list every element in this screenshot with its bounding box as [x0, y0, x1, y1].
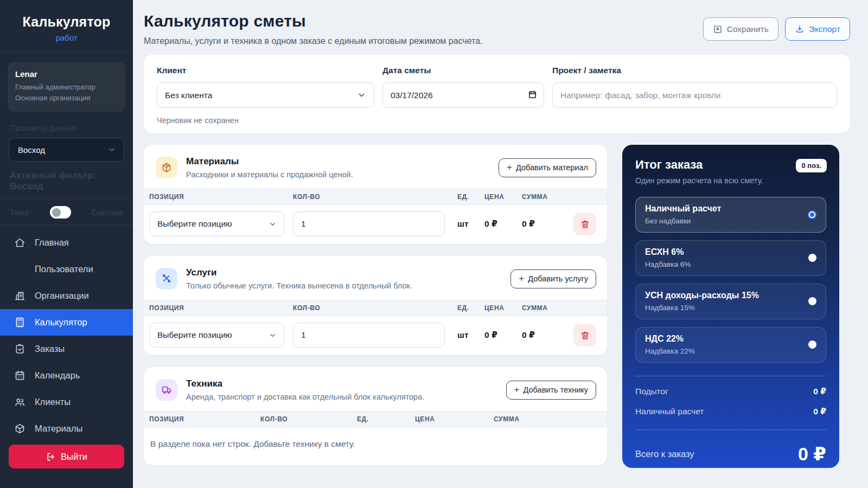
col-price: ЦЕНА	[484, 193, 522, 201]
divider	[0, 52, 133, 53]
col-qty: КОЛ-ВО	[293, 304, 457, 312]
sidebar-item-label: Главная	[35, 237, 69, 248]
service-qty-input[interactable]	[293, 323, 445, 348]
app-title: Калькулятор	[5, 14, 127, 30]
col-price: ЦЕНА	[415, 415, 494, 423]
sidebar-nav: Главная Пользователи Организации Калькул…	[0, 229, 133, 442]
delete-row-button[interactable]	[573, 324, 596, 346]
section-subtitle: Только обычные услуги. Техника вынесена …	[186, 281, 510, 290]
sidebar-item-calculator[interactable]: Калькулятор	[0, 309, 133, 336]
theme-toggle[interactable]	[50, 206, 71, 219]
export-label: Экспорт	[809, 24, 840, 34]
sidebar-item-users[interactable]: Пользователи	[0, 256, 133, 282]
table-header: ПОЗИЦИЯ КОЛ-ВО ЕД. ЦЕНА СУММА	[144, 300, 607, 316]
date-label: Дата сметы	[382, 66, 544, 75]
table-header: ПОЗИЦИЯ КОЛ-ВО ЕД. ЦЕНА СУММА	[144, 411, 607, 427]
sidebar-item-calendar[interactable]: Календарь	[0, 362, 133, 389]
summary-subtitle: Один режим расчета на всю смету.	[635, 176, 826, 185]
col-unit: ЕД.	[457, 193, 484, 201]
mode-option-cash[interactable]: Наличный расчет Без надбавки	[635, 197, 826, 233]
material-price: 0 ₽	[484, 219, 522, 229]
export-button[interactable]: Экспорт	[785, 17, 850, 41]
divider	[635, 376, 826, 376]
delete-row-button[interactable]	[573, 213, 596, 235]
sidebar-item-label: Клиенты	[35, 397, 71, 407]
user-role: Главный администратор	[15, 82, 118, 93]
users-icon	[14, 396, 25, 408]
draft-status: Черновик не сохранен	[157, 116, 837, 125]
plus-icon: +	[514, 384, 520, 395]
mode-line-label: Наличный расчет	[635, 407, 704, 416]
service-sum: 0 ₽	[522, 330, 573, 340]
project-input[interactable]	[552, 82, 837, 108]
sidebar-item-clients[interactable]: Клиенты	[0, 389, 133, 415]
grand-total-value: 0 ₽	[798, 443, 826, 465]
date-input[interactable]	[382, 82, 544, 108]
material-position-value: Выберите позицию	[157, 219, 232, 229]
sidebar-item-orders[interactable]: Заказы	[0, 336, 133, 362]
section-title: Услуги	[186, 267, 510, 278]
add-service-button[interactable]: + Добавить услугу	[510, 269, 596, 288]
tools-icon	[156, 268, 177, 290]
chevron-down-icon	[269, 331, 277, 339]
material-unit: шт	[457, 219, 484, 229]
add-equipment-label: Добавить технику	[524, 386, 588, 394]
mode-title: ЕСХН 6%	[645, 247, 691, 257]
material-qty-input[interactable]	[293, 211, 445, 236]
order-summary-panel: Итог заказа Один режим расчета на всю см…	[622, 145, 839, 468]
org-filter-select[interactable]: Восход	[9, 138, 124, 162]
mode-line-value: 0 ₽	[813, 407, 826, 416]
mode-option-usn[interactable]: УСН доходы-расходы 15% Надбавка 15%	[635, 284, 826, 319]
sidebar-item-label: Заказы	[35, 344, 65, 354]
radio-icon[interactable]	[808, 341, 816, 349]
positions-count-badge: 0 поз.	[796, 159, 827, 172]
logout-icon	[46, 452, 56, 462]
section-subtitle: Аренда, транспорт и доставка как отдельн…	[186, 393, 506, 401]
sidebar-item-label: Организации	[35, 291, 89, 301]
service-position-select[interactable]: Выберите позицию	[149, 323, 284, 348]
sidebar-item-label: Пользователи	[35, 264, 93, 274]
divider	[635, 429, 826, 430]
sidebar-item-organizations[interactable]: Организации	[0, 282, 133, 309]
mode-subtitle: Без надбавки	[645, 217, 721, 225]
mode-option-nds[interactable]: НДС 22% Надбавка 22%	[635, 327, 826, 363]
org-filter-value: Восход	[18, 145, 45, 155]
mode-option-eshn[interactable]: ЕСХН 6% Надбавка 6%	[635, 240, 826, 276]
page-title: Калькулятор сметы	[144, 12, 483, 30]
radio-icon[interactable]	[808, 254, 816, 262]
page-subtitle: Материалы, услуги и техника в одном зака…	[144, 36, 483, 46]
building-icon	[14, 290, 25, 302]
radio-selected-icon[interactable]	[808, 210, 816, 219]
sidebar-item-label: Календарь	[35, 370, 80, 381]
radio-icon[interactable]	[808, 297, 816, 305]
sidebar-item-materials[interactable]: Материалы	[0, 415, 133, 442]
logout-label: Выйти	[61, 452, 87, 462]
services-section: Услуги Только обычные услуги. Техника вы…	[144, 256, 607, 355]
grand-total-label: Всего к заказу	[635, 449, 694, 459]
add-material-button[interactable]: + Добавить материал	[499, 158, 596, 177]
calculator-icon	[14, 317, 25, 329]
sidebar-item-home[interactable]: Главная	[0, 229, 133, 256]
empty-section-message: В разделе пока нет строк. Добавьте техни…	[144, 427, 607, 465]
sidebar-item-label: Материалы	[35, 423, 82, 434]
logout-button[interactable]: Выйти	[9, 445, 124, 468]
save-button[interactable]: Сохранить	[703, 17, 778, 41]
col-position: ПОЗИЦИЯ	[149, 193, 293, 201]
chevron-down-icon	[107, 145, 116, 154]
user-name: Lenar	[15, 69, 118, 79]
truck-icon	[156, 379, 177, 401]
material-sum: 0 ₽	[522, 219, 573, 229]
clipboard-icon	[14, 343, 25, 355]
add-equipment-button[interactable]: + Добавить технику	[506, 381, 596, 400]
material-position-select[interactable]: Выберите позицию	[149, 211, 284, 236]
subtotal-label: Подытог	[635, 387, 668, 396]
service-position-value: Выберите позицию	[157, 330, 232, 340]
save-icon	[713, 24, 723, 34]
calendar-icon[interactable]	[528, 90, 537, 99]
user-organization: Основная организация	[15, 93, 118, 104]
client-select[interactable]: Без клиента	[157, 82, 374, 108]
mode-subtitle: Надбавка 6%	[645, 260, 691, 268]
col-qty: КОЛ-ВО	[260, 415, 357, 423]
active-filter-note: Активный фильтр: Восход	[10, 170, 123, 192]
blank-icon	[14, 264, 25, 275]
